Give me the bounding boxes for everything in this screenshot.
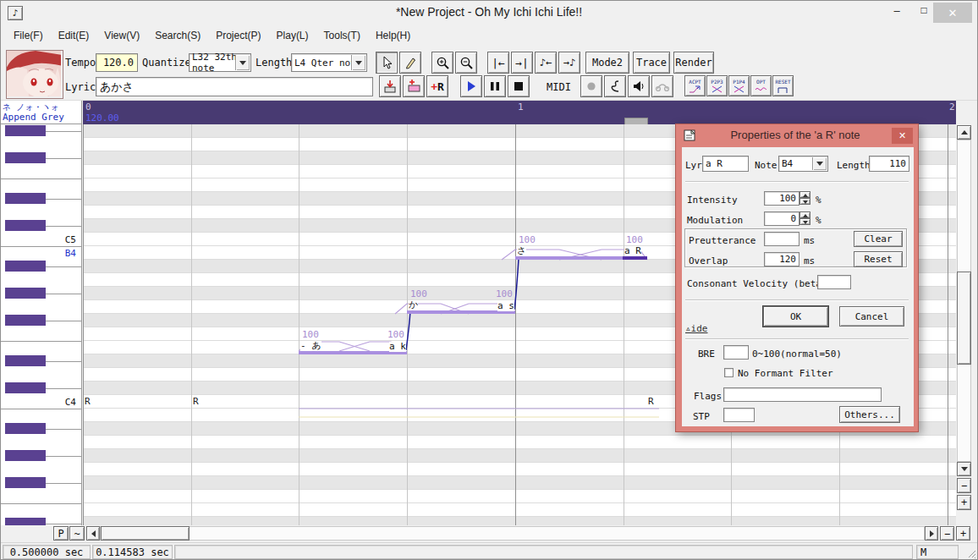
quantize-select[interactable]: L32 32th note [189, 53, 251, 72]
dlg-modulation-field[interactable]: 0 [764, 211, 799, 226]
horizontal-zoom-out-button[interactable]: − [940, 526, 954, 541]
black-key[interactable] [5, 315, 46, 326]
hscroll-thumb[interactable] [101, 526, 190, 541]
dialog-titlebar[interactable]: Properties of the 'a R' note ✕ [676, 124, 918, 147]
dlg-flags-field[interactable] [723, 387, 882, 402]
dlg-preutterance-field[interactable] [764, 232, 799, 246]
hscroll-track[interactable] [100, 526, 925, 541]
menu-item-play[interactable]: Play(L) [269, 26, 316, 45]
next-note-button[interactable]: →♪ [558, 52, 580, 74]
resize-grip[interactable] [967, 549, 977, 559]
black-key[interactable] [5, 152, 46, 163]
pitch-tool-p1p4-button[interactable]: P1P4 [728, 75, 750, 96]
rest-note-label[interactable]: R [648, 396, 654, 407]
menu-item-edit[interactable]: Edit(E) [51, 26, 97, 45]
add-note-button[interactable] [403, 75, 425, 97]
note-bar[interactable] [515, 256, 623, 260]
piano-keyboard[interactable]: C5B4C4 [1, 124, 82, 525]
pitch-tool-acpt-button[interactable]: ACPT [684, 75, 706, 96]
pencil-tool-button[interactable] [399, 52, 421, 74]
trace-button[interactable]: Trace [633, 52, 670, 74]
rest-note-label[interactable]: R [85, 396, 91, 407]
menu-item-search[interactable]: Search(S) [147, 26, 208, 45]
vertical-zoom-in-button[interactable]: + [957, 495, 971, 510]
zoom-out-button[interactable] [455, 52, 477, 74]
go-to-end-button[interactable]: →| [511, 52, 533, 74]
menu-item-tools[interactable]: Tools(T) [316, 26, 368, 45]
maximize-button[interactable]: □ [913, 4, 935, 21]
rest-note-label[interactable]: R [193, 396, 199, 407]
black-key[interactable] [5, 450, 46, 461]
black-key[interactable] [5, 477, 46, 488]
pitch-mode-button[interactable]: P [53, 526, 69, 541]
menu-item-project[interactable]: Project(P) [208, 26, 268, 45]
dialog-close-button[interactable]: ✕ [892, 128, 913, 144]
reset-button[interactable]: Reset [854, 251, 903, 267]
scroll-left-button[interactable] [86, 526, 100, 541]
insert-note-button[interactable] [379, 75, 401, 97]
dlg-intensity-spinner[interactable] [799, 191, 810, 206]
dlg-overlap-field[interactable]: 120 [764, 252, 799, 266]
go-to-start-button[interactable]: |← [487, 52, 509, 74]
hide-panel-link[interactable]: ▵ide [685, 323, 708, 334]
voicebank-avatar[interactable] [6, 50, 63, 99]
pause-button[interactable] [484, 75, 506, 97]
tilde-mode-button[interactable]: ~ [69, 526, 85, 541]
note-lyric[interactable]: a R [624, 246, 641, 256]
black-key[interactable] [5, 382, 46, 393]
menu-item-help[interactable]: Help(H) [368, 26, 418, 45]
dlg-consonant-velocity-field[interactable] [817, 275, 851, 289]
pitch-tool-opt-button[interactable]: OPT [750, 75, 772, 96]
others-button[interactable]: Others... [839, 406, 900, 423]
dlg-lyric-field[interactable]: a R [702, 156, 749, 172]
black-key[interactable] [5, 288, 46, 299]
scroll-up-button[interactable] [957, 125, 971, 140]
black-key[interactable] [5, 220, 46, 231]
pitch-tool-reset-button[interactable]: RESET [772, 75, 794, 96]
close-button[interactable]: ✕ [933, 3, 972, 23]
timeline-ruler[interactable]: 012120.00 [83, 101, 956, 124]
scroll-right-button[interactable] [925, 526, 938, 541]
dlg-modulation-spinner[interactable] [799, 211, 810, 226]
wave-tool-button[interactable] [604, 75, 626, 97]
minimize-button[interactable]: – [886, 4, 908, 21]
length-select[interactable]: L4 Qter note [291, 53, 367, 72]
no-formant-filter-checkbox[interactable] [724, 368, 734, 377]
black-key[interactable] [5, 261, 46, 272]
note-lyric[interactable]: か [409, 300, 418, 310]
voicebank-panel[interactable]: ネ ノォ・ヽォ Append Grey [1, 101, 82, 124]
tempo-field[interactable]: 120.0 [96, 53, 138, 72]
speaker-button[interactable] [628, 75, 650, 97]
render-button[interactable]: Render [673, 52, 714, 74]
ok-button[interactable]: OK [763, 306, 828, 327]
vscroll-thumb[interactable] [957, 272, 971, 365]
record-button[interactable] [580, 75, 602, 97]
note-lyric[interactable]: さ [517, 246, 526, 256]
dlg-stp-field[interactable] [723, 408, 755, 422]
black-key[interactable] [5, 423, 46, 434]
dlg-intensity-field[interactable]: 100 [764, 191, 799, 206]
stop-button[interactable] [508, 75, 530, 97]
chevron-down-icon[interactable] [235, 55, 250, 70]
chevron-down-icon[interactable] [812, 157, 827, 170]
note-lyric[interactable]: - あ [300, 341, 321, 351]
dlg-note-select[interactable]: B4 [778, 156, 828, 172]
prev-note-button[interactable]: ♪← [535, 52, 557, 74]
dlg-bre-field[interactable] [723, 345, 749, 360]
black-key[interactable] [5, 355, 46, 366]
chevron-down-icon[interactable] [351, 55, 365, 70]
cancel-button[interactable]: Cancel [839, 306, 904, 327]
play-button[interactable] [460, 75, 482, 97]
note-bar-selected[interactable] [623, 256, 647, 260]
scroll-down-button[interactable] [957, 462, 971, 476]
clear-button[interactable]: Clear [854, 231, 903, 247]
dlg-length-field[interactable]: 110 [869, 156, 909, 172]
menu-item-file[interactable]: File(F) [6, 26, 51, 45]
pitch-tool-p2p3-button[interactable]: P2P3 [706, 75, 728, 96]
headphones-button[interactable] [651, 75, 673, 97]
black-key[interactable] [5, 193, 46, 204]
mode2-button[interactable]: Mode2 [585, 52, 629, 74]
zoom-in-button[interactable] [431, 52, 453, 74]
black-key[interactable] [5, 518, 46, 525]
menu-item-view[interactable]: View(V) [96, 26, 147, 45]
